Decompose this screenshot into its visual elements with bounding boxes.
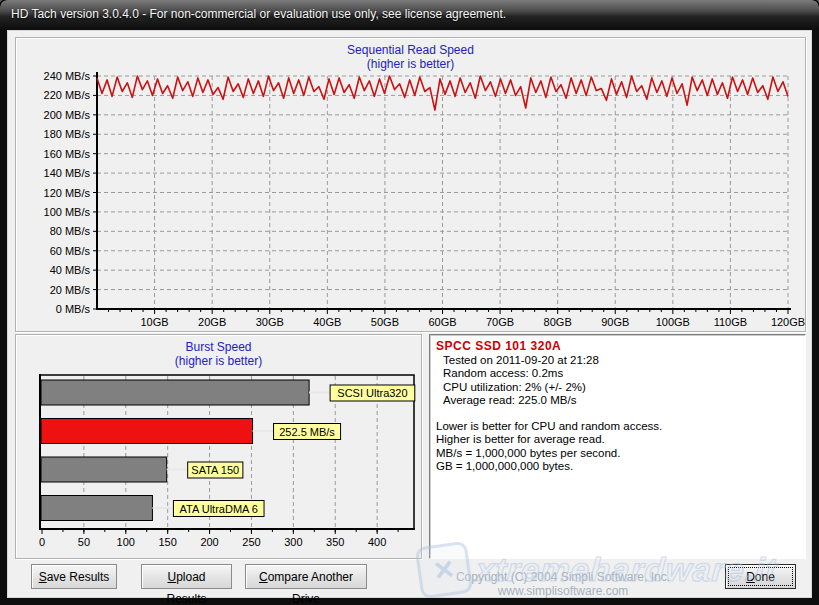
x-axis-tick-label: 40GB xyxy=(313,316,341,328)
y-axis-tick-label: 100 MB/s xyxy=(44,206,91,218)
bar-callout-label: ATA UltraDMA 6 xyxy=(180,503,258,515)
client-area: Sequential Read Speed (higher is better)… xyxy=(7,30,812,598)
x-axis-tick-label: 150 xyxy=(158,536,176,548)
x-axis-tick-label: 110GB xyxy=(714,316,747,328)
burst-speed-chart: 050100150200250300350400SCSI Ultra320252… xyxy=(16,335,421,558)
y-axis-tick-label: 80 MB/s xyxy=(50,225,91,237)
x-axis-tick-label: 80GB xyxy=(544,316,572,328)
y-axis-tick-label: 160 MB/s xyxy=(44,148,91,160)
window-title: HD Tach version 3.0.4.0 - For non-commer… xyxy=(11,7,506,21)
x-axis-tick-label: 10GB xyxy=(141,316,169,328)
random-access-line: Random access: 0.2ms xyxy=(436,367,799,381)
compare-another-drive-button[interactable]: Compare Another Drive xyxy=(245,564,367,589)
x-axis-tick-label: 120GB xyxy=(771,316,805,328)
y-axis-tick-label: 20 MB/s xyxy=(50,284,91,296)
x-axis-tick-label: 50GB xyxy=(371,316,399,328)
y-axis-tick-label: 40 MB/s xyxy=(50,264,91,276)
y-axis-tick-label: 0 MB/s xyxy=(56,303,91,315)
burst-bar xyxy=(41,457,167,482)
sequential-read-groupbox: Sequential Read Speed (higher is better)… xyxy=(15,37,806,332)
burst-bar xyxy=(41,496,152,521)
results-info-panel: SPCC SSD 101 320A Tested on 2011-09-20 a… xyxy=(429,334,806,559)
y-axis-tick-label: 140 MB/s xyxy=(44,167,91,179)
bar-callout-label: SATA 150 xyxy=(191,464,239,476)
x-axis-tick-label: 70GB xyxy=(486,316,514,328)
hdtach-window: HD Tach version 3.0.4.0 - For non-commer… xyxy=(0,0,819,605)
x-axis-tick-label: 50 xyxy=(78,536,90,548)
y-axis-tick-label: 200 MB/s xyxy=(44,109,91,121)
x-axis-tick-label: 350 xyxy=(326,536,344,548)
save-results-button[interactable]: Save Results xyxy=(31,564,117,589)
note-line: MB/s = 1,000,000 bytes per second. xyxy=(436,447,799,461)
average-read-line: Average read: 225.0 MB/s xyxy=(436,394,799,408)
bar-callout-label: 252.5 MB/s xyxy=(279,426,335,438)
x-axis-tick-label: 20GB xyxy=(198,316,226,328)
x-axis-tick-label: 250 xyxy=(242,536,260,548)
y-axis-tick-label: 180 MB/s xyxy=(44,128,91,140)
burst-speed-groupbox: Burst Speed (higher is better) 050100150… xyxy=(15,334,422,559)
y-axis-tick-label: 120 MB/s xyxy=(44,187,91,199)
y-axis-tick-label: 220 MB/s xyxy=(44,89,91,101)
tested-on-line: Tested on 2011-09-20 at 21:28 xyxy=(436,354,799,368)
x-axis-tick-label: 0 xyxy=(39,536,45,548)
y-axis-tick-label: 60 MB/s xyxy=(50,245,91,257)
burst-bar xyxy=(41,419,253,444)
burst-bar xyxy=(41,380,309,405)
x-axis-tick-label: 90GB xyxy=(601,316,629,328)
x-axis-tick-label: 60GB xyxy=(428,316,456,328)
y-axis-tick-label: 240 MB/s xyxy=(44,70,91,82)
bar-callout-label: SCSI Ultra320 xyxy=(337,387,407,399)
upload-results-button[interactable]: Upload Results xyxy=(141,564,232,589)
drive-name: SPCC SSD 101 320A xyxy=(436,340,799,354)
cpu-utilization-line: CPU utilization: 2% (+/- 2%) xyxy=(436,381,799,395)
x-axis-tick-label: 400 xyxy=(368,536,386,548)
x-axis-tick-label: 200 xyxy=(200,536,218,548)
done-button[interactable]: Done xyxy=(725,564,796,589)
note-line: Higher is better for average read. xyxy=(436,433,799,447)
x-axis-tick-label: 300 xyxy=(284,536,302,548)
note-line: Lower is better for CPU and random acces… xyxy=(436,420,799,434)
x-axis-tick-label: 100 xyxy=(117,536,135,548)
copyright-text: Copyright (C) 2004 Simpli Software, Inc.… xyxy=(393,570,733,598)
title-bar[interactable]: HD Tach version 3.0.4.0 - For non-commer… xyxy=(0,0,819,30)
sequential-read-chart: 10GB20GB30GB40GB50GB60GB70GB80GB90GB100G… xyxy=(16,38,805,331)
note-line: GB = 1,000,000,000 bytes. xyxy=(436,460,799,474)
x-axis-tick-label: 30GB xyxy=(256,316,284,328)
x-axis-tick-label: 100GB xyxy=(656,316,690,328)
